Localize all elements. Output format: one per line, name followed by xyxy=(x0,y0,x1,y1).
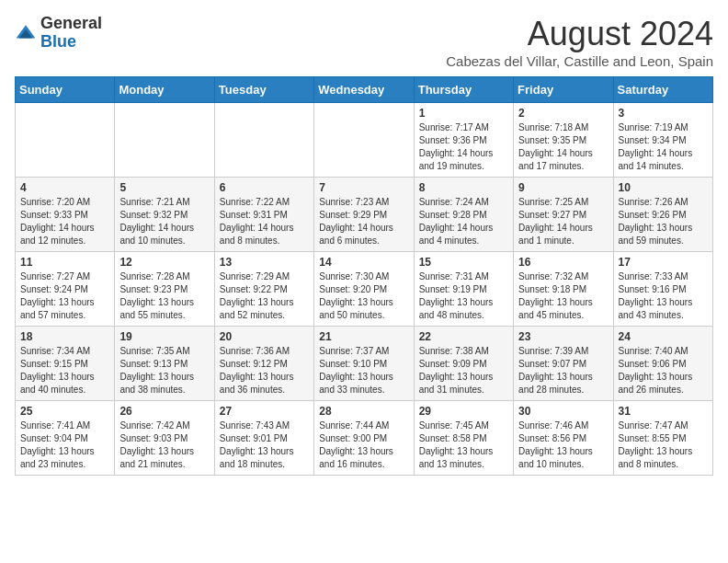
day-number: 24 xyxy=(619,330,708,343)
calendar-cell: 19Sunrise: 7:35 AMSunset: 9:13 PMDayligh… xyxy=(115,327,214,401)
day-number: 14 xyxy=(319,256,408,269)
day-info: Sunrise: 7:27 AMSunset: 9:24 PMDaylight:… xyxy=(20,270,109,322)
calendar-cell: 1Sunrise: 7:17 AMSunset: 9:36 PMDaylight… xyxy=(414,103,513,178)
calendar-subtitle: Cabezas del Villar, Castille and Leon, S… xyxy=(446,53,713,69)
day-number: 25 xyxy=(20,405,109,418)
calendar-cell: 23Sunrise: 7:39 AMSunset: 9:07 PMDayligh… xyxy=(514,327,613,401)
logo-general: General xyxy=(40,15,102,33)
header-monday: Monday xyxy=(115,77,214,103)
day-number: 12 xyxy=(119,256,209,269)
day-info: Sunrise: 7:18 AMSunset: 9:35 PMDaylight:… xyxy=(518,121,608,173)
calendar-cell xyxy=(214,103,313,178)
day-info: Sunrise: 7:34 AMSunset: 9:15 PMDaylight:… xyxy=(20,345,109,396)
day-info: Sunrise: 7:47 AMSunset: 8:55 PMDaylight:… xyxy=(619,419,708,471)
day-number: 20 xyxy=(220,330,309,343)
calendar-cell: 7Sunrise: 7:23 AMSunset: 9:29 PMDaylight… xyxy=(314,178,414,252)
calendar-cell: 2Sunrise: 7:18 AMSunset: 9:35 PMDaylight… xyxy=(514,103,613,178)
day-info: Sunrise: 7:40 AMSunset: 9:06 PMDaylight:… xyxy=(619,345,708,396)
day-number: 11 xyxy=(20,256,109,269)
logo: General Blue xyxy=(15,15,102,52)
calendar-cell: 29Sunrise: 7:45 AMSunset: 8:58 PMDayligh… xyxy=(414,401,513,476)
calendar-cell: 14Sunrise: 7:30 AMSunset: 9:20 PMDayligh… xyxy=(314,252,414,327)
calendar-cell: 18Sunrise: 7:34 AMSunset: 9:15 PMDayligh… xyxy=(16,327,115,401)
day-info: Sunrise: 7:21 AMSunset: 9:32 PMDaylight:… xyxy=(119,196,209,247)
day-info: Sunrise: 7:43 AMSunset: 9:01 PMDaylight:… xyxy=(220,419,309,471)
day-info: Sunrise: 7:45 AMSunset: 8:58 PMDaylight:… xyxy=(419,419,508,471)
day-info: Sunrise: 7:26 AMSunset: 9:26 PMDaylight:… xyxy=(619,196,708,247)
header-tuesday: Tuesday xyxy=(214,77,313,103)
title-area: August 2024 Cabezas del Villar, Castille… xyxy=(446,15,713,69)
calendar-cell: 17Sunrise: 7:33 AMSunset: 9:16 PMDayligh… xyxy=(613,252,712,327)
day-number: 1 xyxy=(419,107,508,120)
calendar-cell: 13Sunrise: 7:29 AMSunset: 9:22 PMDayligh… xyxy=(214,252,313,327)
calendar-cell: 6Sunrise: 7:22 AMSunset: 9:31 PMDaylight… xyxy=(214,178,313,252)
header-thursday: Thursday xyxy=(414,77,513,103)
day-info: Sunrise: 7:31 AMSunset: 9:19 PMDaylight:… xyxy=(419,270,508,322)
day-info: Sunrise: 7:38 AMSunset: 9:09 PMDaylight:… xyxy=(419,345,508,396)
calendar-cell: 24Sunrise: 7:40 AMSunset: 9:06 PMDayligh… xyxy=(613,327,712,401)
day-number: 28 xyxy=(319,405,408,418)
day-info: Sunrise: 7:37 AMSunset: 9:10 PMDaylight:… xyxy=(319,345,408,396)
day-number: 9 xyxy=(518,181,608,194)
week-row-4: 25Sunrise: 7:41 AMSunset: 9:04 PMDayligh… xyxy=(16,401,713,476)
day-number: 17 xyxy=(619,256,708,269)
day-info: Sunrise: 7:25 AMSunset: 9:27 PMDaylight:… xyxy=(518,196,608,247)
day-info: Sunrise: 7:29 AMSunset: 9:22 PMDaylight:… xyxy=(220,270,309,322)
day-info: Sunrise: 7:33 AMSunset: 9:16 PMDaylight:… xyxy=(619,270,708,322)
calendar-table: SundayMondayTuesdayWednesdayThursdayFrid… xyxy=(15,76,713,476)
week-row-0: 1Sunrise: 7:17 AMSunset: 9:36 PMDaylight… xyxy=(16,103,713,178)
logo-blue: Blue xyxy=(40,33,102,52)
calendar-cell: 20Sunrise: 7:36 AMSunset: 9:12 PMDayligh… xyxy=(214,327,313,401)
day-number: 23 xyxy=(518,330,608,343)
day-number: 16 xyxy=(518,256,608,269)
calendar-cell: 12Sunrise: 7:28 AMSunset: 9:23 PMDayligh… xyxy=(115,252,214,327)
day-info: Sunrise: 7:24 AMSunset: 9:28 PMDaylight:… xyxy=(419,196,508,247)
day-number: 19 xyxy=(119,330,209,343)
day-number: 29 xyxy=(419,405,508,418)
week-row-3: 18Sunrise: 7:34 AMSunset: 9:15 PMDayligh… xyxy=(16,327,713,401)
day-info: Sunrise: 7:30 AMSunset: 9:20 PMDaylight:… xyxy=(319,270,408,322)
calendar-cell: 11Sunrise: 7:27 AMSunset: 9:24 PMDayligh… xyxy=(16,252,115,327)
day-info: Sunrise: 7:32 AMSunset: 9:18 PMDaylight:… xyxy=(518,270,608,322)
day-info: Sunrise: 7:19 AMSunset: 9:34 PMDaylight:… xyxy=(619,121,708,173)
header: General Blue August 2024 Cabezas del Vil… xyxy=(15,15,713,69)
day-info: Sunrise: 7:36 AMSunset: 9:12 PMDaylight:… xyxy=(220,345,309,396)
day-number: 21 xyxy=(319,330,408,343)
calendar-cell: 8Sunrise: 7:24 AMSunset: 9:28 PMDaylight… xyxy=(414,178,513,252)
day-info: Sunrise: 7:46 AMSunset: 8:56 PMDaylight:… xyxy=(518,419,608,471)
calendar-cell xyxy=(115,103,214,178)
day-number: 6 xyxy=(220,181,309,194)
day-number: 31 xyxy=(619,405,708,418)
week-row-1: 4Sunrise: 7:20 AMSunset: 9:33 PMDaylight… xyxy=(16,178,713,252)
day-info: Sunrise: 7:44 AMSunset: 9:00 PMDaylight:… xyxy=(319,419,408,471)
day-number: 26 xyxy=(119,405,209,418)
day-number: 27 xyxy=(220,405,309,418)
day-info: Sunrise: 7:41 AMSunset: 9:04 PMDaylight:… xyxy=(20,419,109,471)
calendar-title: August 2024 xyxy=(446,15,713,53)
week-row-2: 11Sunrise: 7:27 AMSunset: 9:24 PMDayligh… xyxy=(16,252,713,327)
day-number: 30 xyxy=(518,405,608,418)
day-number: 18 xyxy=(20,330,109,343)
calendar-cell: 3Sunrise: 7:19 AMSunset: 9:34 PMDaylight… xyxy=(613,103,712,178)
calendar-cell: 31Sunrise: 7:47 AMSunset: 8:55 PMDayligh… xyxy=(613,401,712,476)
calendar-cell: 15Sunrise: 7:31 AMSunset: 9:19 PMDayligh… xyxy=(414,252,513,327)
calendar-cell: 10Sunrise: 7:26 AMSunset: 9:26 PMDayligh… xyxy=(613,178,712,252)
calendar-cell: 4Sunrise: 7:20 AMSunset: 9:33 PMDaylight… xyxy=(16,178,115,252)
day-number: 5 xyxy=(119,181,209,194)
day-number: 2 xyxy=(518,107,608,120)
day-number: 7 xyxy=(319,181,408,194)
day-info: Sunrise: 7:20 AMSunset: 9:33 PMDaylight:… xyxy=(20,196,109,247)
header-friday: Friday xyxy=(514,77,613,103)
day-number: 4 xyxy=(20,181,109,194)
day-number: 22 xyxy=(419,330,508,343)
day-info: Sunrise: 7:17 AMSunset: 9:36 PMDaylight:… xyxy=(419,121,508,173)
day-number: 15 xyxy=(419,256,508,269)
day-info: Sunrise: 7:35 AMSunset: 9:13 PMDaylight:… xyxy=(119,345,209,396)
day-info: Sunrise: 7:42 AMSunset: 9:03 PMDaylight:… xyxy=(119,419,209,471)
day-number: 3 xyxy=(619,107,708,120)
logo-icon xyxy=(15,22,37,44)
day-info: Sunrise: 7:28 AMSunset: 9:23 PMDaylight:… xyxy=(119,270,209,322)
calendar-cell xyxy=(314,103,414,178)
calendar-cell: 25Sunrise: 7:41 AMSunset: 9:04 PMDayligh… xyxy=(16,401,115,476)
day-number: 8 xyxy=(419,181,508,194)
